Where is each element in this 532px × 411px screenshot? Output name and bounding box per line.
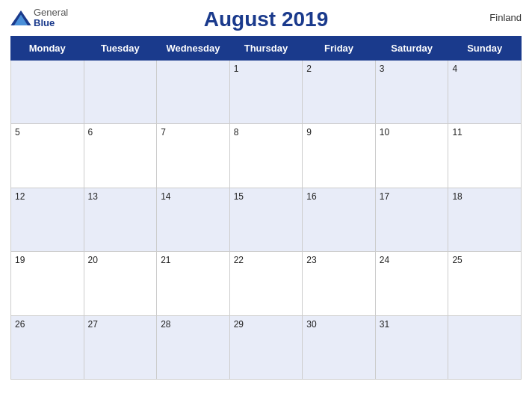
calendar-day-20: 20: [84, 252, 157, 315]
calendar-thead: MondayTuesdayWednesdayThursdayFridaySatu…: [11, 37, 522, 61]
day-number: 25: [452, 255, 462, 265]
day-number: 15: [234, 191, 244, 202]
day-number: 6: [88, 127, 93, 137]
day-number: 31: [380, 319, 389, 330]
calendar-header: General Blue August 2019 Finland: [10, 7, 522, 31]
day-number: 10: [380, 127, 389, 137]
calendar-day-6: 6: [84, 124, 157, 188]
calendar-day-29: 29: [229, 315, 303, 379]
logo-icon: [10, 10, 31, 25]
day-number: 17: [380, 191, 389, 202]
calendar-day-8: 8: [229, 124, 303, 188]
calendar-table: MondayTuesdayWednesdayThursdayFridaySatu…: [10, 36, 522, 380]
logo-area: General Blue: [10, 7, 68, 29]
logo-blue-text: Blue: [34, 18, 68, 28]
calendar-day-15: 15: [229, 188, 303, 251]
calendar-empty-cell: [157, 61, 230, 124]
calendar-week-row: 1234: [11, 61, 522, 124]
month-title: August 2019: [204, 7, 329, 31]
calendar-day-5: 5: [11, 124, 84, 188]
day-number: 22: [234, 255, 244, 265]
calendar-day-21: 21: [157, 252, 230, 315]
logo-container: General Blue: [10, 7, 68, 29]
day-number: 1: [234, 64, 239, 74]
calendar-day-16: 16: [303, 188, 376, 251]
day-number: 16: [306, 191, 316, 202]
day-number: 26: [15, 319, 25, 330]
calendar-day-2: 2: [303, 61, 376, 124]
calendar-day-17: 17: [375, 188, 448, 251]
calendar-empty-cell: [448, 315, 522, 379]
calendar-day-10: 10: [375, 124, 448, 188]
day-number: 2: [306, 64, 312, 74]
logo-general-text: General: [34, 7, 68, 18]
calendar-day-18: 18: [448, 188, 522, 251]
day-number: 4: [452, 64, 457, 74]
day-number: 28: [161, 319, 170, 330]
day-number: 11: [452, 127, 462, 137]
calendar-day-22: 22: [229, 252, 303, 315]
calendar-day-3: 3: [375, 61, 448, 124]
calendar-day-28: 28: [157, 315, 230, 379]
day-number: 19: [15, 255, 25, 265]
calendar-wrapper: General Blue August 2019 Finland MondayT…: [0, 0, 532, 411]
day-number: 18: [452, 191, 462, 202]
day-number: 14: [161, 191, 170, 202]
calendar-day-26: 26: [11, 315, 84, 379]
logo-words: General Blue: [34, 7, 68, 29]
weekday-header-wednesday: Wednesday: [157, 37, 230, 61]
calendar-week-row: 567891011: [11, 124, 522, 188]
day-number: 20: [88, 255, 98, 265]
day-number: 30: [306, 319, 316, 330]
calendar-day-27: 27: [84, 315, 157, 379]
calendar-day-25: 25: [448, 252, 522, 315]
calendar-week-row: 19202122232425: [11, 252, 522, 315]
day-number: 29: [234, 319, 244, 330]
calendar-day-24: 24: [375, 252, 448, 315]
day-number: 24: [380, 255, 389, 265]
weekday-header-friday: Friday: [303, 37, 376, 61]
day-number: 23: [306, 255, 316, 265]
country-label: Finland: [489, 12, 522, 23]
calendar-day-31: 31: [375, 315, 448, 379]
calendar-tbody: 1234567891011121314151617181920212223242…: [11, 61, 522, 380]
calendar-day-4: 4: [448, 61, 522, 124]
day-number: 9: [306, 127, 312, 137]
day-number: 7: [161, 127, 166, 137]
calendar-week-row: 12131415161718: [11, 188, 522, 251]
weekday-header-saturday: Saturday: [375, 37, 448, 61]
calendar-day-14: 14: [157, 188, 230, 251]
calendar-day-19: 19: [11, 252, 84, 315]
day-number: 27: [88, 319, 98, 330]
calendar-empty-cell: [11, 61, 84, 124]
calendar-day-23: 23: [303, 252, 376, 315]
day-number: 13: [88, 191, 98, 202]
day-number: 21: [161, 255, 170, 265]
weekday-header-monday: Monday: [11, 37, 84, 61]
calendar-day-9: 9: [303, 124, 376, 188]
calendar-day-30: 30: [303, 315, 376, 379]
calendar-day-7: 7: [157, 124, 230, 188]
weekday-header-sunday: Sunday: [448, 37, 522, 61]
weekday-header-tuesday: Tuesday: [84, 37, 157, 61]
weekday-header-row: MondayTuesdayWednesdayThursdayFridaySatu…: [11, 37, 522, 61]
day-number: 3: [380, 64, 385, 74]
calendar-week-row: 262728293031: [11, 315, 522, 379]
calendar-day-1: 1: [229, 61, 303, 124]
calendar-day-11: 11: [448, 124, 522, 188]
day-number: 12: [15, 191, 25, 202]
calendar-day-12: 12: [11, 188, 84, 251]
day-number: 8: [234, 127, 239, 137]
calendar-day-13: 13: [84, 188, 157, 251]
weekday-header-thursday: Thursday: [229, 37, 303, 61]
calendar-empty-cell: [84, 61, 157, 124]
day-number: 5: [15, 127, 20, 137]
